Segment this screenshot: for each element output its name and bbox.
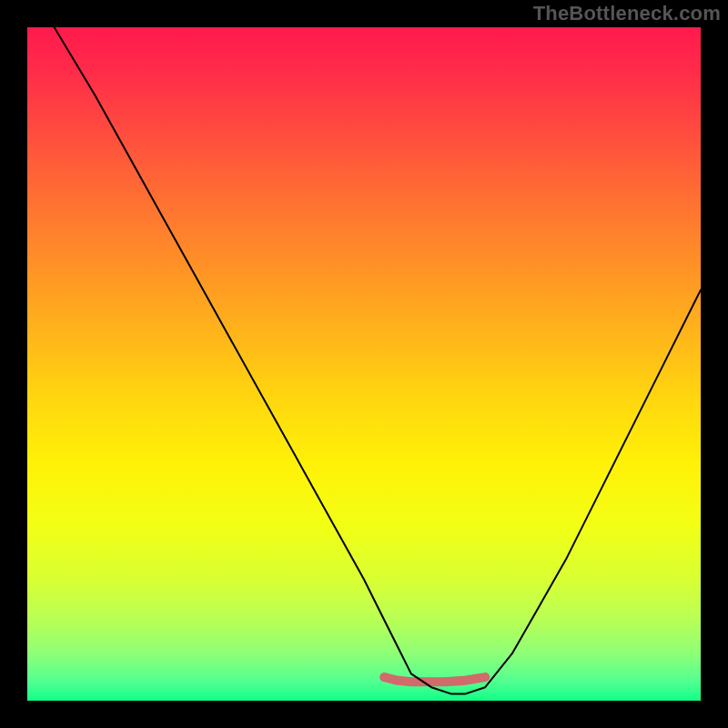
flat-region-highlight — [384, 677, 485, 682]
plot-frame — [27, 27, 701, 701]
gradient-background — [27, 27, 701, 701]
watermark-text: TheBottleneck.com — [533, 2, 721, 25]
chart-container: TheBottleneck.com — [0, 0, 728, 728]
plot-svg — [27, 27, 701, 701]
